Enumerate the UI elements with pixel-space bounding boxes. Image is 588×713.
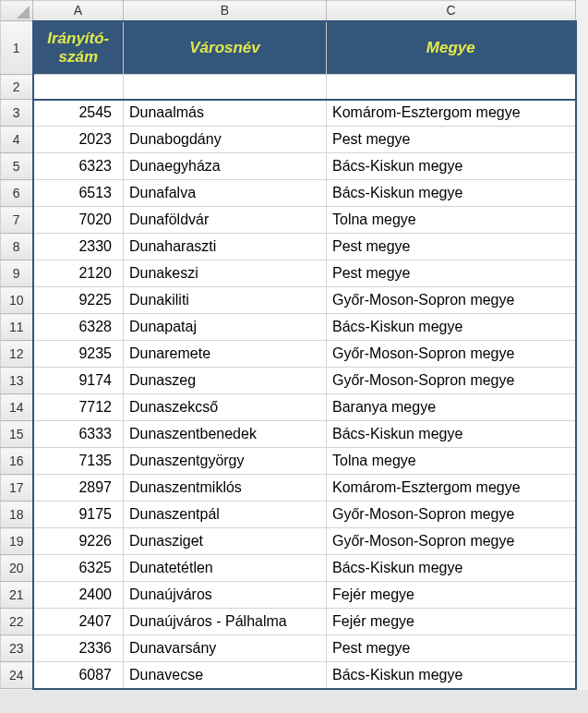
- cell-A22[interactable]: 2407: [33, 609, 124, 635]
- cell-C23[interactable]: Pest megye: [327, 635, 576, 662]
- cell-A11[interactable]: 6328: [33, 314, 124, 341]
- cell-A10[interactable]: 9225: [33, 287, 124, 314]
- cell-A23[interactable]: 2336: [33, 635, 124, 662]
- cell-A6[interactable]: 6513: [33, 180, 124, 207]
- cell-A12[interactable]: 9235: [33, 341, 124, 368]
- row-header-24[interactable]: 24: [1, 662, 33, 689]
- cell-B23[interactable]: Dunavarsány: [124, 635, 327, 662]
- row-header-23[interactable]: 23: [1, 635, 33, 662]
- row-header-9[interactable]: 9: [1, 260, 33, 287]
- cell-A19[interactable]: 9226: [33, 528, 124, 555]
- cell-C22[interactable]: Fejér megye: [327, 609, 576, 635]
- row-header-12[interactable]: 12: [1, 341, 33, 368]
- cell-B13[interactable]: Dunaszeg: [124, 368, 327, 394]
- row-header-5[interactable]: 5: [1, 153, 33, 180]
- cell-A16[interactable]: 7135: [33, 448, 124, 475]
- cell-C19[interactable]: Győr-Moson-Sopron megye: [327, 528, 576, 555]
- cell-B21[interactable]: Dunaújváros: [124, 582, 327, 609]
- cell-C14[interactable]: Baranya megye: [327, 394, 576, 421]
- cell-C18[interactable]: Győr-Moson-Sopron megye: [327, 502, 576, 528]
- cell-A20[interactable]: 6325: [33, 555, 124, 582]
- row-header-21[interactable]: 21: [1, 582, 33, 609]
- row-header-3[interactable]: 3: [1, 100, 33, 127]
- cell-C12[interactable]: Győr-Moson-Sopron megye: [327, 341, 576, 368]
- cell-C1[interactable]: Megye: [327, 21, 576, 75]
- cell-C15[interactable]: Bács-Kiskun megye: [327, 421, 576, 448]
- row-header-1[interactable]: 1: [1, 21, 33, 75]
- cell-A9[interactable]: 2120: [33, 260, 124, 287]
- cell-C17[interactable]: Komárom-Esztergom megye: [327, 475, 576, 502]
- cell-B10[interactable]: Dunakiliti: [124, 287, 327, 314]
- row-header-4[interactable]: 4: [1, 127, 33, 153]
- cell-A13[interactable]: 9174: [33, 368, 124, 394]
- row-header-15[interactable]: 15: [1, 421, 33, 448]
- cell-B6[interactable]: Dunafalva: [124, 180, 327, 207]
- cell-B5[interactable]: Dunaegyháza: [124, 153, 327, 180]
- cell-A2[interactable]: [33, 75, 124, 100]
- cell-A18[interactable]: 9175: [33, 502, 124, 528]
- cell-A4[interactable]: 2023: [33, 127, 124, 153]
- cell-C2[interactable]: [327, 75, 576, 100]
- cell-B14[interactable]: Dunaszekcső: [124, 394, 327, 421]
- grid-table[interactable]: A B C 1 Irányító-szám Városnév Megye 2 3…: [0, 0, 577, 690]
- col-header-C[interactable]: C: [327, 1, 576, 21]
- cell-B11[interactable]: Dunapataj: [124, 314, 327, 341]
- row-header-11[interactable]: 11: [1, 314, 33, 341]
- cell-C7[interactable]: Tolna megye: [327, 207, 576, 234]
- row-header-2[interactable]: 2: [1, 75, 33, 100]
- row-header-6[interactable]: 6: [1, 180, 33, 207]
- cell-A24[interactable]: 6087: [33, 662, 124, 689]
- cell-B24[interactable]: Dunavecse: [124, 662, 327, 689]
- cell-A14[interactable]: 7712: [33, 394, 124, 421]
- cell-B4[interactable]: Dunabogdány: [124, 127, 327, 153]
- cell-B19[interactable]: Dunasziget: [124, 528, 327, 555]
- cell-A8[interactable]: 2330: [33, 234, 124, 260]
- cell-C16[interactable]: Tolna megye: [327, 448, 576, 475]
- cell-C8[interactable]: Pest megye: [327, 234, 576, 260]
- cell-B20[interactable]: Dunatetétlen: [124, 555, 327, 582]
- cell-C6[interactable]: Bács-Kiskun megye: [327, 180, 576, 207]
- cell-C5[interactable]: Bács-Kiskun megye: [327, 153, 576, 180]
- row-header-13[interactable]: 13: [1, 368, 33, 394]
- select-all-corner[interactable]: [1, 1, 33, 21]
- row-header-18[interactable]: 18: [1, 502, 33, 528]
- cell-B3[interactable]: Dunaalmás: [124, 100, 327, 127]
- cell-A5[interactable]: 6323: [33, 153, 124, 180]
- row-header-16[interactable]: 16: [1, 448, 33, 475]
- cell-B1[interactable]: Városnév: [124, 21, 327, 75]
- cell-C20[interactable]: Bács-Kiskun megye: [327, 555, 576, 582]
- cell-C13[interactable]: Győr-Moson-Sopron megye: [327, 368, 576, 394]
- cell-A3[interactable]: 2545: [33, 100, 124, 127]
- cell-B18[interactable]: Dunaszentpál: [124, 502, 327, 528]
- cell-C4[interactable]: Pest megye: [327, 127, 576, 153]
- cell-B15[interactable]: Dunaszentbenedek: [124, 421, 327, 448]
- col-header-A[interactable]: A: [33, 1, 124, 21]
- col-header-B[interactable]: B: [124, 1, 327, 21]
- cell-A21[interactable]: 2400: [33, 582, 124, 609]
- cell-C11[interactable]: Bács-Kiskun megye: [327, 314, 576, 341]
- row-header-19[interactable]: 19: [1, 528, 33, 555]
- cell-A7[interactable]: 7020: [33, 207, 124, 234]
- cell-C3[interactable]: Komárom-Esztergom megye: [327, 100, 576, 127]
- row-header-8[interactable]: 8: [1, 234, 33, 260]
- cell-C21[interactable]: Fejér megye: [327, 582, 576, 609]
- row-header-14[interactable]: 14: [1, 394, 33, 421]
- row-header-10[interactable]: 10: [1, 287, 33, 314]
- cell-B8[interactable]: Dunaharaszti: [124, 234, 327, 260]
- cell-A15[interactable]: 6333: [33, 421, 124, 448]
- cell-A1[interactable]: Irányító-szám: [33, 21, 124, 75]
- row-header-7[interactable]: 7: [1, 207, 33, 234]
- cell-B9[interactable]: Dunakeszi: [124, 260, 327, 287]
- cell-C9[interactable]: Pest megye: [327, 260, 576, 287]
- cell-A17[interactable]: 2897: [33, 475, 124, 502]
- cell-B17[interactable]: Dunaszentmiklós: [124, 475, 327, 502]
- row-header-17[interactable]: 17: [1, 475, 33, 502]
- cell-C24[interactable]: Bács-Kiskun megye: [327, 662, 576, 689]
- cell-B12[interactable]: Dunaremete: [124, 341, 327, 368]
- cell-B2[interactable]: [124, 75, 327, 100]
- cell-B7[interactable]: Dunaföldvár: [124, 207, 327, 234]
- cell-B22[interactable]: Dunaújváros - Pálhalma: [124, 609, 327, 635]
- cell-B16[interactable]: Dunaszentgyörgy: [124, 448, 327, 475]
- row-header-20[interactable]: 20: [1, 555, 33, 582]
- cell-C10[interactable]: Győr-Moson-Sopron megye: [327, 287, 576, 314]
